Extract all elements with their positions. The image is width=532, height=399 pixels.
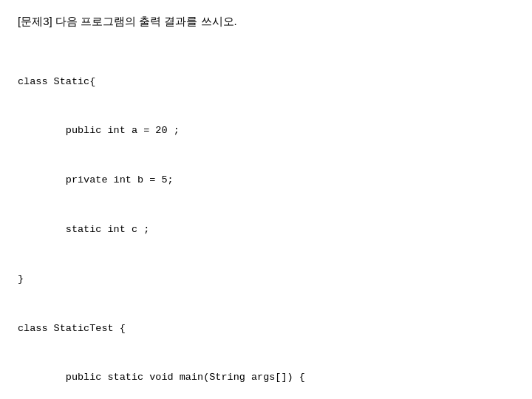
code-line-7: public static void main(String args[]) { bbox=[18, 369, 514, 386]
code-line-3: private int b = 5; bbox=[18, 172, 514, 188]
code-block: class Static{ public int a = 20 ; privat… bbox=[18, 41, 514, 399]
code-line-1: class Static{ bbox=[18, 74, 514, 90]
page-title: [문제3] 다음 프로그램의 출력 결과를 쓰시오. bbox=[18, 15, 514, 29]
code-line-6: class StaticTest { bbox=[18, 321, 514, 337]
page-content: [문제3] 다음 프로그램의 출력 결과를 쓰시오. class Static{… bbox=[0, 0, 532, 399]
code-line-2: public int a = 20 ; bbox=[18, 123, 514, 139]
code-line-5: } bbox=[18, 271, 514, 287]
code-line-4: static int c ; bbox=[18, 222, 514, 238]
